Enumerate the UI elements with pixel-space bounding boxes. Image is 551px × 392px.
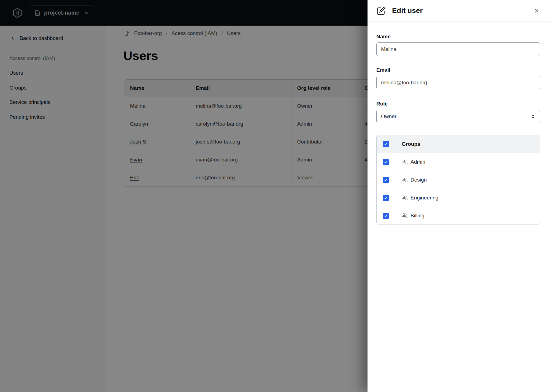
group-row-admin: Admin	[377, 153, 540, 171]
groups-table-header: Groups	[377, 135, 540, 153]
group-checkbox[interactable]	[383, 159, 389, 165]
group-label: Design	[410, 177, 427, 183]
role-select[interactable]: Owner	[376, 110, 540, 123]
group-checkbox[interactable]	[383, 195, 389, 201]
edit-icon	[377, 6, 386, 15]
groups-table: Groups	[376, 135, 540, 225]
group-row-billing: Billing	[377, 207, 540, 225]
select-caret-icon	[530, 114, 536, 119]
drawer-body: Name Email Role Owner	[368, 21, 551, 225]
group-row-engineering: Engineering	[377, 189, 540, 207]
name-field-label: Name	[376, 34, 540, 40]
email-field[interactable]	[376, 76, 540, 89]
users-group-icon	[402, 195, 407, 201]
groups-header-label: Groups	[402, 141, 420, 147]
select-all-checkbox[interactable]	[383, 141, 389, 147]
drawer-title: Edit user	[392, 6, 423, 15]
users-group-icon	[402, 159, 407, 165]
group-checkbox[interactable]	[383, 213, 389, 219]
group-label: Admin	[410, 159, 425, 165]
users-group-icon	[402, 177, 407, 183]
role-selected-value: Owner	[381, 113, 396, 120]
close-icon	[533, 7, 540, 14]
group-checkbox[interactable]	[383, 177, 389, 183]
edit-user-drawer: Edit user Name Email Role Owner	[368, 0, 551, 392]
group-label: Engineering	[410, 195, 438, 201]
groups-select-all-cell	[377, 135, 395, 153]
email-field-label: Email	[376, 67, 540, 73]
close-button[interactable]	[532, 6, 541, 15]
users-group-icon	[402, 213, 407, 219]
role-field-label: Role	[376, 101, 540, 107]
name-field[interactable]	[376, 42, 540, 56]
drawer-header: Edit user	[368, 0, 551, 21]
group-label: Billing	[410, 213, 425, 219]
group-row-design: Design	[377, 171, 540, 189]
